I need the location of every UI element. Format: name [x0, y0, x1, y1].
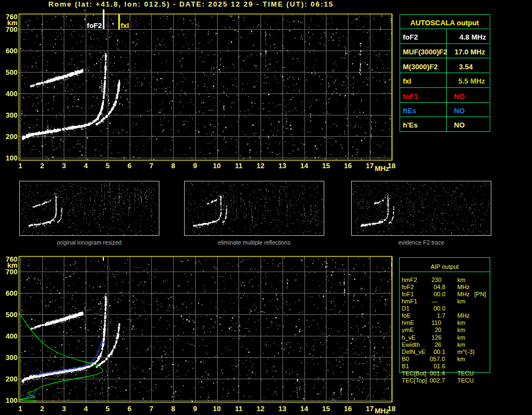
svg-text:400: 400	[5, 332, 18, 340]
svg-text:5: 5	[106, 405, 109, 413]
svg-text:600: 600	[5, 289, 18, 297]
svg-text:14: 14	[300, 405, 308, 413]
svg-text:12: 12	[257, 162, 264, 170]
svg-text:15: 15	[322, 405, 330, 413]
svg-text:100: 100	[5, 154, 18, 162]
svg-text:5: 5	[106, 162, 109, 170]
svg-text:MHz: MHz	[375, 164, 390, 173]
svg-text:17: 17	[366, 162, 374, 170]
svg-text:4: 4	[84, 405, 88, 413]
svg-text:foF2: foF2	[87, 21, 102, 30]
svg-text:7: 7	[149, 162, 153, 170]
svg-text:13: 13	[279, 405, 286, 413]
svg-text:1: 1	[18, 162, 22, 170]
svg-text:200: 200	[5, 375, 18, 383]
svg-text:11: 11	[235, 405, 242, 413]
svg-text:9: 9	[193, 162, 197, 170]
svg-text:16: 16	[344, 405, 352, 413]
svg-text:500: 500	[5, 68, 18, 76]
svg-text:7: 7	[149, 405, 153, 413]
svg-text:15: 15	[322, 162, 330, 170]
svg-text:17: 17	[366, 405, 374, 413]
svg-text:4: 4	[84, 162, 88, 170]
svg-text:300: 300	[5, 353, 18, 362]
svg-text:9: 9	[193, 405, 197, 413]
svg-text:600: 600	[5, 47, 18, 55]
svg-text:13: 13	[279, 162, 286, 170]
svg-text:11: 11	[235, 162, 242, 170]
svg-text:3: 3	[62, 405, 66, 413]
svg-text:500: 500	[5, 311, 18, 319]
svg-text:2: 2	[40, 162, 44, 170]
svg-text:3: 3	[62, 162, 66, 170]
svg-text:6: 6	[128, 162, 131, 170]
svg-text:12: 12	[257, 405, 264, 413]
svg-text:MHz: MHz	[375, 407, 390, 415]
svg-text:400: 400	[5, 90, 18, 98]
svg-text:10: 10	[213, 405, 220, 413]
svg-text:14: 14	[300, 162, 308, 170]
svg-text:6: 6	[128, 405, 131, 413]
svg-text:700: 700	[5, 268, 18, 276]
svg-text:700: 700	[5, 25, 18, 34]
svg-text:2: 2	[40, 405, 44, 413]
svg-text:8: 8	[171, 162, 175, 170]
svg-text:100: 100	[5, 396, 18, 405]
svg-text:10: 10	[213, 162, 220, 170]
svg-text:16: 16	[344, 162, 352, 170]
svg-text:300: 300	[5, 111, 18, 119]
svg-text:8: 8	[171, 405, 175, 413]
svg-text:200: 200	[5, 132, 18, 141]
svg-text:fxI: fxI	[121, 21, 129, 30]
svg-text:1: 1	[18, 405, 22, 413]
